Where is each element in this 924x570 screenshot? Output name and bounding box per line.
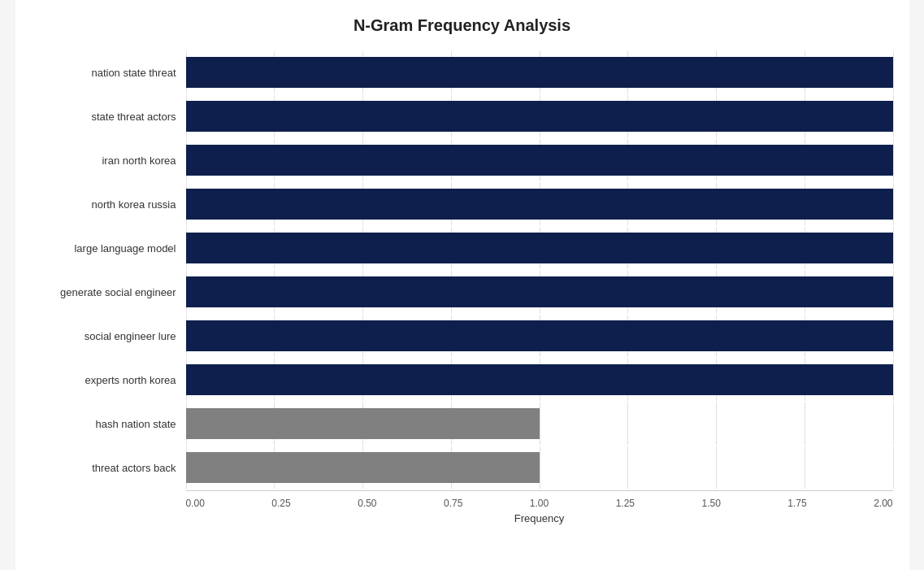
bar-wrapper (186, 359, 893, 401)
grid-line (893, 227, 894, 269)
bar-wrapper (186, 51, 893, 94)
bar (186, 364, 893, 395)
grid-line (627, 402, 628, 445)
grid-line (893, 402, 894, 445)
bar-row: hash nation state (32, 402, 893, 445)
grid-line (893, 139, 894, 181)
grid-line (805, 402, 805, 445)
chart-area: nation state threatstate threat actorsir… (32, 51, 893, 490)
bar-label: nation state threat (32, 67, 186, 79)
bar-label: iran north korea (32, 154, 186, 167)
x-axis-title: Frequency (186, 512, 893, 524)
bar (186, 145, 893, 176)
grid-line (893, 51, 894, 94)
bars-container: nation state threatstate threat actorsir… (32, 51, 893, 489)
bar-label: threat actors back (32, 462, 186, 474)
bar-label: generate social engineer (32, 286, 186, 298)
bar-row: threat actors back (32, 446, 893, 489)
bar-wrapper (186, 446, 893, 489)
bar-wrapper (186, 183, 893, 225)
grid-line (540, 402, 540, 445)
bar-label: hash nation state (32, 418, 186, 430)
bar-label: state threat actors (32, 111, 186, 123)
bar-row: large language model (32, 227, 893, 269)
bar-wrapper (186, 315, 893, 357)
bar-row: experts north korea (32, 359, 893, 401)
grid-line (716, 402, 717, 445)
chart-container: N-Gram Frequency Analysis nation state t… (15, 0, 909, 570)
bar-wrapper (186, 227, 893, 269)
bar-wrapper (186, 139, 893, 181)
chart-title: N-Gram Frequency Analysis (32, 16, 893, 35)
bar-row: iran north korea (32, 139, 893, 181)
bar (186, 320, 893, 351)
bar-label: north korea russia (32, 198, 186, 211)
bar-wrapper (186, 271, 893, 313)
x-tick-label: 1.00 (530, 498, 549, 509)
grid-line (893, 359, 894, 401)
bar (186, 233, 893, 263)
grid-line (893, 446, 894, 489)
bar-row: north korea russia (32, 183, 893, 225)
bar-wrapper (186, 95, 893, 137)
bar-row: nation state threat (32, 51, 893, 94)
x-tick-label: 2.00 (874, 498, 892, 509)
x-tick-label: 0.75 (444, 498, 462, 509)
grid-line (893, 315, 894, 357)
grid-line (716, 446, 717, 489)
x-tick-label: 0.00 (186, 498, 205, 509)
axis-line (186, 490, 893, 491)
x-tick-label: 1.50 (701, 498, 720, 509)
grid-line (893, 271, 894, 313)
bar (186, 57, 893, 88)
bar (186, 452, 540, 483)
grid-line (540, 446, 540, 489)
bar-row: generate social engineer (32, 271, 893, 313)
bar (186, 408, 540, 439)
grid-line (893, 183, 894, 225)
bar (186, 189, 893, 220)
x-tick-label: 1.25 (616, 498, 635, 509)
bar (186, 101, 893, 132)
x-tick-label: 0.50 (358, 498, 376, 509)
bar (186, 276, 893, 307)
bar-wrapper (186, 402, 893, 445)
bar-label: experts north korea (32, 374, 186, 386)
x-axis: 0.000.250.500.751.001.251.501.752.00 (186, 498, 893, 509)
bar-label: social engineer lure (32, 330, 186, 342)
grid-line (805, 446, 805, 489)
bar-row: social engineer lure (32, 315, 893, 357)
x-tick-label: 1.75 (787, 498, 806, 509)
bar-label: large language model (32, 242, 186, 255)
grid-line (893, 95, 894, 137)
grid-line (627, 446, 628, 489)
bar-row: state threat actors (32, 95, 893, 137)
x-tick-label: 0.25 (271, 498, 290, 509)
x-axis-labels: 0.000.250.500.751.001.251.501.752.00 (186, 498, 893, 509)
